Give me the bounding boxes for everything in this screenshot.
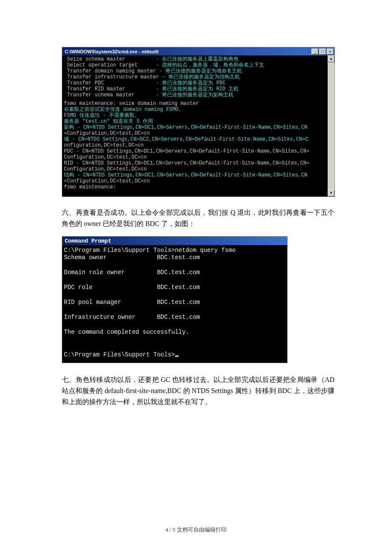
console-line: PDC role BDC.test.com [64,284,285,291]
console-output-top: Seize schema master - 在已连接的服务器上覆盖架构角色 Se… [64,56,334,98]
minimize-button[interactable]: _ [311,49,318,55]
console-line: C:\Program Files\Support Tools>netdom qu… [64,247,285,254]
console-line: PDC - CN=NTDS Settings,CN=DC1,CN=Servers… [64,148,334,154]
command-prompt-window: Command Prompt C:\Program Files\Support … [62,236,288,363]
console-line [64,306,285,314]
console-line: fsmo maintenance: [64,184,334,190]
console-line [64,336,285,344]
console-line: Configuration,DC=test,DC=cn [64,166,334,172]
console-line: onfiguration,DC=test,DC=cn [64,142,334,148]
maximize-button[interactable]: □ [319,49,326,55]
console-line [64,261,285,269]
paragraph-six: 六、再查看是否成功。以上命令全部完成以后，我们按 Q 退出，此时我们再查看一下五… [62,207,334,229]
console-line [64,291,285,299]
vertical-scrollbar[interactable]: ▲ ▼ [328,55,334,197]
console-line: Schema owner BDC.test.com [64,254,285,261]
console-line: 架构 - CN=NTDS Settings,CN=DC1,CN=Servers,… [64,124,334,130]
window-title: C:\WINDOWS\system32\cmd.exe - ntdsutil [65,49,159,54]
console-line: 在索取之前尝试安全传送 domain naming FSMO。 [64,107,334,113]
console-line: Transfer PDC - 将已连接的服务器定为 PDC [64,80,334,86]
page-footer: 4 / 5 文档可自由编辑打印 [0,526,392,534]
scroll-down-button[interactable]: ▼ [328,190,334,197]
console-line: 服务器 "test.cn" 知道有关 5 作用 [64,119,334,124]
console-line: Transfer RID master - 将已连接的服务器定为 RID 主机 [64,86,334,92]
console-line: RID pool manager BDC.test.com [64,299,285,306]
console-output: C:\Program Files\Support Tools>netdom qu… [64,247,285,351]
window-buttons: _ □ × [311,49,334,55]
console-line: Configuration,DC=test,DC=cn [64,154,334,160]
console-line: The command completed successfully. [64,329,285,336]
ntdsutil-console-window: C:\WINDOWS\system32\cmd.exe - ntdsutil _… [62,47,335,197]
console-line: Domain role owner BDC.test.com [64,269,285,276]
console-prompt-line: C:\Program Files\Support Tools> [64,351,285,358]
close-button[interactable]: × [327,49,334,55]
console-line: Select operation target - 选择的站点，服务器，域，角色… [64,62,334,68]
console-line: =Configuration,DC=test,DC=cn [64,178,334,184]
console-line: Transfer domain naming master - 将已连接的服务器… [64,68,334,74]
paragraph-seven: 七、角色转移成功以后，还要把 GC 也转移过去。以上全部完成以后还要把全局编录（… [62,374,334,408]
console-line [64,276,285,284]
console-line: RID - CN=NTDS Settings,CN=DC1,CN=Servers… [64,160,334,166]
titlebar[interactable]: Command Prompt [62,237,287,245]
console-line: 域 - CN=NTDS Settings,CN=DC2,CN=Servers,C… [64,136,334,142]
console-line: =Configuration,DC=test,DC=cn [64,130,334,136]
window-title: Command Prompt [65,238,111,244]
console-body: ▲ ▼ Seize schema master - 在已连接的服务器上覆盖架构角… [62,55,334,197]
console-line: FSMO 传送成功 - 不需要索取。 [64,113,334,119]
console-output-bottom: fsmo maintenance: seize domain naming ma… [64,101,334,190]
console-line: Transfer infrastructure master - 将已连接的服务… [64,74,334,80]
console-line: Transfer schema master - 将已连接的服务器定为架构主机 [64,92,334,98]
console-line: Seize schema master - 在已连接的服务器上覆盖架构角色 [64,56,334,62]
titlebar[interactable]: C:\WINDOWS\system32\cmd.exe - ntdsutil _… [62,47,334,55]
console-body: C:\Program Files\Support Tools>netdom qu… [62,245,287,363]
console-line: 结构 - CN=NTDS Settings,CN=DC1,CN=Servers,… [64,172,334,178]
cursor-icon [175,356,179,357]
console-line: Infrastructure owner BDC.test.com [64,314,285,321]
console-line: fsmo maintenance: seize domain naming ma… [64,101,334,107]
console-line [64,344,285,351]
console-line [64,321,285,329]
scroll-up-button[interactable]: ▲ [328,55,334,62]
